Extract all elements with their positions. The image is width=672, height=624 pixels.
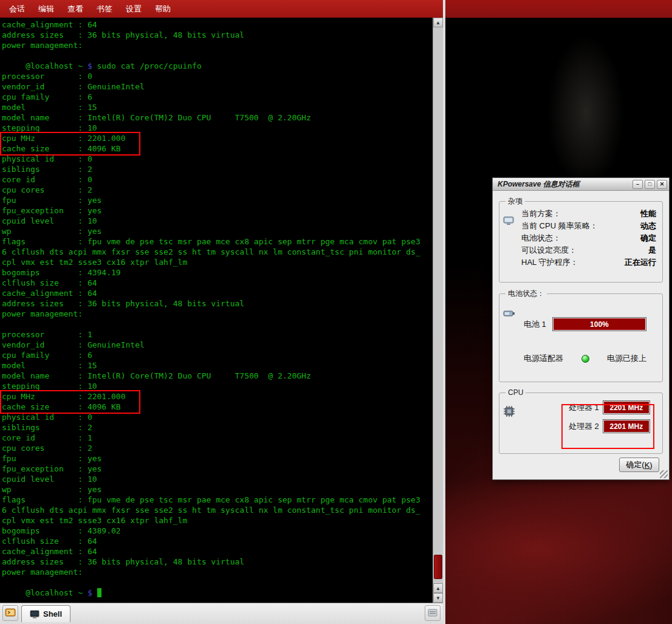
terminal-text-segment: @localhost ~: [2, 588, 87, 597]
terminal-cursor: [97, 588, 102, 597]
scroll-up-button[interactable]: ▲: [433, 18, 443, 27]
terminal-line: power management:: [2, 567, 433, 577]
battery-meter: 100%: [552, 317, 646, 331]
terminal-line: address sizes : 36 bits physical, 48 bit…: [2, 557, 433, 567]
terminal-line: cache_alignment : 64: [2, 546, 433, 557]
ok-label: 确定(: [626, 459, 644, 470]
cpu-icon: [503, 405, 515, 417]
group-misc: 杂项 当前方案：性能当前 CPU 频率策略：动态电池状态：确定可以设定亮度：是H…: [499, 196, 663, 283]
annotation-dialog-mhz: [561, 404, 654, 449]
ok-label-suffix: ): [650, 461, 652, 470]
info-row: HAL 守护程序：正在运行: [521, 256, 656, 269]
terminal-line: flags : fpu vme de pse tsc msr pae mce c…: [2, 236, 433, 247]
terminal-text-segment: @localhost ~: [2, 61, 87, 70]
adapter-led-icon: [581, 355, 589, 363]
terminal-line: cpuid level : 10: [2, 216, 433, 226]
battery-percent: 100%: [554, 318, 645, 330]
terminal-line: fpu_exception : yes: [2, 464, 433, 474]
terminal-text-segment: [92, 588, 97, 597]
maximize-button[interactable]: □: [645, 180, 655, 189]
terminal-scrollbar[interactable]: ▲ ▲ ▼: [433, 18, 443, 603]
terminal-line: cpu cores : 2: [2, 443, 433, 453]
menu-item-帮助[interactable]: 帮助: [148, 1, 177, 17]
terminal-line: cpuid level : 10: [2, 474, 433, 484]
terminal-line: wp : yes: [2, 226, 433, 236]
info-row: 当前 CPU 频率策略：动态: [521, 220, 656, 232]
terminal-line: [2, 50, 433, 61]
dialog-titlebar[interactable]: KPowersave 信息对话框 – □ ✕: [493, 178, 669, 191]
terminal-line: @localhost ~ $: [2, 588, 433, 598]
resize-grip[interactable]: [660, 470, 668, 478]
info-label: HAL 守护程序：: [521, 256, 578, 269]
info-label: 电池状态：: [521, 232, 561, 244]
minimize-button[interactable]: –: [633, 180, 643, 189]
scrollbar-thumb[interactable]: [434, 555, 442, 579]
terminal-line: siblings : 2: [2, 422, 433, 433]
terminal-line: model name : Intel(R) Core(TM)2 Duo CPU …: [2, 112, 433, 123]
terminal-line: fpu : yes: [2, 453, 433, 464]
scroll-up-button-bottom[interactable]: ▲: [433, 583, 443, 593]
terminal-line: cpu family : 6: [2, 350, 433, 360]
new-session-icon: [5, 608, 16, 619]
terminal-line: bogomips : 4394.19: [2, 267, 433, 278]
terminal-line: cache_alignment : 64: [2, 288, 433, 298]
terminal-line: cpl vmx est tm2 ssse3 cx16 xtpr lahf_lm: [2, 515, 433, 526]
info-value: 确定: [640, 232, 656, 244]
tab-options-button[interactable]: [425, 605, 441, 621]
shell-tab-label: Shell: [43, 609, 62, 619]
annotation-cpu0-mhz: [0, 132, 140, 156]
group-misc-legend: 杂项: [506, 196, 525, 207]
terminal-line: processor : 0: [2, 71, 433, 81]
ok-button[interactable]: 确定(K): [619, 458, 659, 472]
menu-item-书签[interactable]: 书签: [90, 1, 119, 17]
terminal-line: 6 clflush dts acpi mmx fxsr sse sse2 ss …: [2, 247, 433, 257]
terminal-line: clflush size : 64: [2, 278, 433, 288]
terminal-line: wp : yes: [2, 484, 433, 495]
adapter-label: 电源适配器: [524, 353, 563, 364]
info-row: 可以设定亮度：是: [521, 244, 656, 256]
adapter-row: 电源适配器 电源已接上: [524, 353, 646, 364]
info-value: 动态: [640, 220, 656, 232]
terminal-menubar: 会话编辑查看书签设置帮助: [0, 0, 443, 18]
battery-row: 电池 1 100%: [524, 317, 646, 331]
dialog-title: KPowersave 信息对话框: [498, 179, 631, 190]
shell-tab-icon: [30, 610, 39, 619]
menu-item-查看[interactable]: 查看: [61, 1, 90, 17]
terminal-output: cache_alignment : 64address sizes : 36 b…: [0, 18, 433, 603]
battery-icon: [503, 307, 515, 318]
terminal-line: address sizes : 36 bits physical, 48 bit…: [2, 298, 433, 309]
info-row: 电池状态：确定: [521, 232, 656, 244]
terminal-window: 会话编辑查看书签设置帮助 cache_alignment : 64address…: [0, 0, 445, 624]
group-battery: 电池状态： 电池 1 100% 电源适配器: [499, 289, 663, 382]
new-session-button[interactable]: [2, 605, 18, 621]
terminal-text-segment: $: [87, 61, 92, 70]
desktop-top-bar: [445, 0, 672, 18]
info-value: 正在运行: [625, 256, 656, 269]
scroll-down-button[interactable]: ▼: [433, 593, 443, 603]
menu-item-会话[interactable]: 会话: [2, 1, 32, 17]
info-label: 可以设定亮度：: [521, 244, 577, 256]
terminal-line: model : 15: [2, 360, 433, 371]
group-cpu-legend: CPU: [506, 388, 526, 397]
screen: 会话编辑查看书签设置帮助 cache_alignment : 64address…: [0, 0, 672, 624]
menu-item-设置[interactable]: 设置: [119, 1, 148, 17]
terminal-line: cache_alignment : 64: [2, 19, 433, 30]
tab-shell[interactable]: Shell: [21, 605, 70, 622]
terminal-line: @localhost ~ $ sudo cat /proc/cpuinfo: [2, 61, 433, 71]
menu-item-编辑[interactable]: 编辑: [32, 1, 61, 17]
terminal-line: [2, 319, 433, 329]
terminal-line: vendor_id : GenuineIntel: [2, 340, 433, 350]
misc-icon: [503, 215, 514, 226]
terminal-line: fpu_exception : yes: [2, 205, 433, 216]
terminal-line: model : 15: [2, 102, 433, 112]
terminal-text-segment: sudo cat /proc/cpuinfo: [92, 61, 202, 70]
terminal-tabbar: Shell: [0, 603, 443, 624]
tab-options-icon: [427, 608, 438, 619]
terminal-body: cache_alignment : 64address sizes : 36 b…: [0, 18, 443, 603]
terminal-line: [2, 577, 433, 588]
close-button[interactable]: ✕: [657, 180, 667, 189]
annotation-cpu1-mhz: [0, 390, 140, 414]
terminal-line: cpu cores : 2: [2, 185, 433, 195]
group-battery-legend: 电池状态：: [506, 289, 547, 299]
adapter-status: 电源已接上: [607, 353, 646, 364]
